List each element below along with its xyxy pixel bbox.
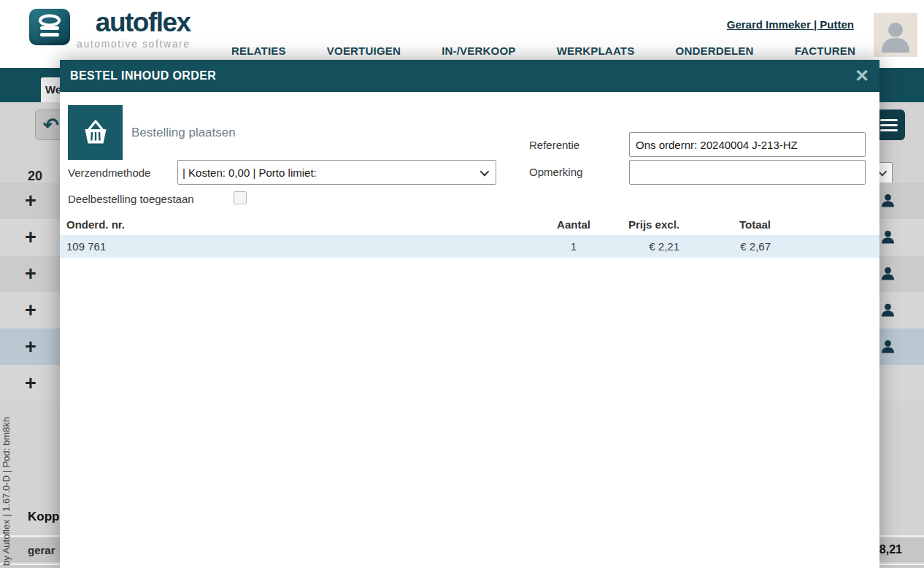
basket-icon bbox=[68, 105, 123, 160]
nav-item-werkplaats[interactable]: WERKPLAATS bbox=[557, 45, 635, 57]
logo-tagline: automotive software bbox=[77, 38, 190, 50]
person-icon[interactable] bbox=[880, 266, 896, 281]
deelbestelling-label: Deelbestelling toegestaan bbox=[68, 193, 194, 205]
referentie-input[interactable] bbox=[629, 132, 866, 157]
verzendmethode-label: Verzendmethode bbox=[68, 166, 150, 179]
nav-item-voertuigen[interactable]: VOERTUIGEN bbox=[327, 45, 401, 57]
user-avatar[interactable] bbox=[874, 13, 917, 57]
person-icon[interactable] bbox=[880, 193, 896, 208]
hamburger-icon bbox=[880, 119, 898, 121]
koppel-section-heading: Kopp bbox=[28, 510, 59, 524]
dialog-titlebar: BESTEL INHOUD ORDER ✕ bbox=[60, 60, 879, 92]
table-header-row: Onderd. nr. Aantal Prijs excl. Totaal bbox=[60, 213, 879, 235]
table-row[interactable]: 109 761 1 € 2,21 € 2,67 bbox=[60, 235, 879, 258]
col-header-prijs-excl: Prijs excl. bbox=[610, 218, 679, 231]
verzendmethode-select[interactable]: | Kosten: 0,00 | Porto limiet: bbox=[177, 160, 496, 185]
cell-aantal: 1 bbox=[537, 240, 610, 253]
verzendmethode-selected-value: | Kosten: 0,00 | Porto limiet: bbox=[182, 166, 480, 179]
expand-plus-icon[interactable]: + bbox=[25, 329, 36, 365]
nav-item-in-verkoop[interactable]: IN-/VERKOOP bbox=[442, 45, 515, 57]
autoflex-logo-icon bbox=[29, 9, 70, 45]
deelbestelling-checkbox[interactable] bbox=[234, 191, 247, 204]
order-lines-table: Onderd. nr. Aantal Prijs excl. Totaal 10… bbox=[60, 213, 879, 258]
order-number-label: 20 bbox=[28, 169, 42, 184]
expand-plus-icon[interactable]: + bbox=[25, 292, 36, 329]
cell-totaal: € 2,67 bbox=[679, 240, 771, 253]
cell-onderd-nr: 109 761 bbox=[66, 240, 537, 253]
col-header-onderd-nr: Onderd. nr. bbox=[66, 218, 537, 231]
person-icon[interactable] bbox=[880, 302, 896, 318]
expand-plus-icon[interactable]: + bbox=[25, 256, 36, 292]
referentie-label: Referentie bbox=[529, 139, 580, 151]
nav-item-facturen[interactable]: FACTUREN bbox=[795, 45, 855, 57]
expand-plus-icon[interactable]: + bbox=[25, 365, 36, 402]
logo-name: autoflex bbox=[96, 9, 190, 36]
chevron-down-icon bbox=[480, 166, 490, 176]
current-user-link[interactable]: Gerard Immeker | Putten bbox=[727, 18, 854, 31]
dialog-body: Bestelling plaatsen Referentie Verzendme… bbox=[60, 92, 879, 568]
expand-plus-icon[interactable]: + bbox=[25, 219, 36, 256]
app-header: autoflex automotive software Gerard Imme… bbox=[0, 0, 924, 68]
nav-item-relaties[interactable]: RELATIES bbox=[231, 45, 286, 57]
col-header-totaal: Totaal bbox=[679, 218, 771, 231]
main-nav: RELATIES VOERTUIGEN IN-/VERKOOP WERKPLAA… bbox=[231, 45, 855, 57]
person-icon[interactable] bbox=[880, 339, 896, 354]
col-header-aantal: Aantal bbox=[537, 218, 610, 231]
app-version-text: by Autoflex | 1.67.0-D | Pod: bm8kh bbox=[1, 347, 15, 566]
close-icon[interactable]: ✕ bbox=[855, 67, 869, 85]
opmerking-input[interactable] bbox=[629, 160, 866, 185]
dialog-section-title: Bestelling plaatsen bbox=[131, 126, 236, 140]
dialog-title: BESTEL INHOUD ORDER bbox=[70, 69, 216, 82]
bottom-row-total: 8,21 bbox=[879, 543, 902, 556]
expand-plus-icon[interactable]: + bbox=[25, 183, 36, 219]
person-icon[interactable] bbox=[880, 229, 896, 245]
app-logo[interactable]: autoflex automotive software bbox=[29, 9, 190, 50]
opmerking-label: Opmerking bbox=[529, 166, 582, 178]
cell-prijs-excl: € 2,21 bbox=[610, 240, 679, 253]
undo-arrow-icon: ↶ bbox=[43, 114, 59, 137]
bestel-inhoud-order-dialog: BESTEL INHOUD ORDER ✕ Bestelling plaatse… bbox=[60, 60, 879, 568]
bottom-row-label: gerar bbox=[28, 544, 55, 556]
nav-item-onderdelen[interactable]: ONDERDELEN bbox=[676, 45, 754, 57]
